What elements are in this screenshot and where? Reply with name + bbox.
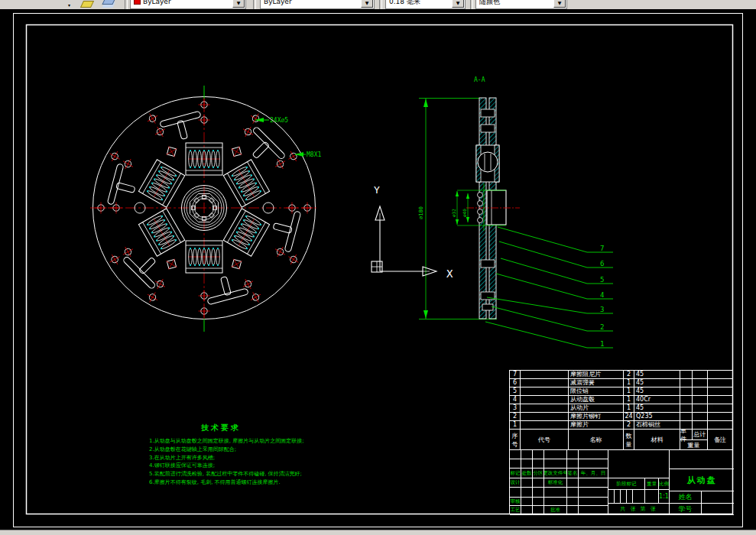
tb-stage: 阶段标记 — [608, 478, 645, 490]
layers-icon — [102, 0, 115, 5]
chevron-down-icon[interactable]: ▼ — [452, 0, 464, 8]
dim-label-m8: M8X1 — [307, 151, 321, 158]
section-view: A-A ∅180 — [418, 76, 613, 348]
linetype-combobox-value: ByLayer — [264, 0, 292, 5]
balloon-2: 2 — [600, 323, 604, 331]
bom-total — [693, 404, 708, 413]
plotstyle-combobox[interactable]: 随颜色 ▼ — [475, 0, 567, 9]
tb-scale-value: 1:1 — [659, 490, 670, 504]
bom-unit — [680, 421, 693, 430]
tb-audit: 审核 — [510, 498, 521, 506]
bom-qty: 1 — [624, 387, 634, 396]
tb-date: 年、月、日 — [579, 469, 608, 478]
bom-code — [521, 371, 569, 379]
bom-header-weight-group: 单件 总计 重量 — [680, 430, 708, 450]
toolbar-separator — [253, 0, 256, 9]
bom-total — [693, 379, 708, 387]
bom-seq: 2 — [510, 413, 521, 421]
bom-remark — [708, 379, 732, 387]
balloon-numbers: 7 6 5 4 3 2 1 — [600, 245, 604, 348]
layer-properties-button[interactable] — [101, 0, 116, 9]
bom-remark — [708, 421, 732, 430]
tb-scale: 比例 — [659, 478, 670, 490]
table-row: 2 摩擦片铆钉 24 Q235 — [510, 413, 732, 421]
outer-dim-text: ∅180 — [418, 206, 424, 219]
bom-material: 45 — [634, 387, 680, 396]
balloon-4: 4 — [600, 291, 604, 299]
tech-req-line: 5.装配前进行清洗检验, 装配过程中零件不得磕碰, 保持清洁完好; — [149, 470, 348, 478]
bom-remark — [708, 387, 732, 396]
bom-qty: 2 — [624, 421, 634, 430]
color-swatch-red — [134, 0, 141, 5]
ucs-y-label: Y — [374, 184, 380, 196]
tech-req-line: 6.摩擦片不得有裂纹, 毛刺, 不得用普通螺钉连接摩擦片. — [149, 478, 348, 487]
bom-name: 摩擦阻尼片 — [569, 371, 624, 379]
color-combobox-value: ByLayer — [143, 0, 171, 5]
chevron-down-icon[interactable]: ▼ — [232, 0, 245, 8]
bom-name: 从动盘毂 — [569, 396, 624, 404]
tb-zone: 分区 — [533, 469, 544, 478]
linetype-combobox[interactable]: ByLayer ▼ — [260, 0, 375, 9]
tb-design: 设计 — [510, 478, 521, 488]
bom-qty: 1 — [624, 379, 634, 387]
tech-req-line: 1.从动盘与从动盘毂之间固定联接, 摩擦片与从动片之间固定联接; — [149, 437, 348, 446]
hub-dim-1: ∅32 — [451, 209, 456, 217]
bom-material: 石棉铜丝 — [634, 421, 680, 430]
bom-name: 减震弹簧 — [569, 379, 624, 387]
bom-total — [693, 396, 708, 404]
bom-seq: 4 — [510, 396, 521, 404]
tb-mark: 标记 — [510, 469, 521, 478]
tb-weight: 重量 — [645, 478, 659, 490]
bom-header-unit: 单件 — [680, 430, 693, 439]
toolbar-separator — [379, 0, 382, 9]
color-combobox[interactable]: ByLayer ▼ — [130, 0, 246, 9]
drawing-canvas[interactable]: 24X∅5 M8X1 A-A ∅180 — [0, 9, 756, 530]
top-toolbar: ▾ ByLayer ▼ ByLayer ▼ 0.18 毫米 ▼ 随颜色 ▼ — [0, 0, 756, 9]
toolbar-overflow-button[interactable]: ▾ — [66, 0, 76, 9]
bom-header-name: 名称 — [569, 430, 624, 450]
bom-name: 限位销 — [569, 387, 624, 396]
hub-dim-2: ∅40 — [462, 209, 467, 217]
bom-material: 45 — [634, 379, 680, 387]
table-row: 6 减震弹簧 1 45 — [510, 379, 732, 387]
bom-qty: 1 — [624, 404, 634, 413]
technical-requirements: 技术要求 1.从动盘与从动盘毂之间固定联接, 摩擦片与从动片之间固定联接; 2.… — [149, 423, 348, 487]
tb-name-value — [702, 491, 734, 504]
bom-qty: 1 — [624, 396, 634, 404]
bom-seq: 5 — [510, 387, 521, 396]
bom-code — [521, 421, 569, 430]
chevron-down-icon[interactable]: ▼ — [553, 0, 566, 8]
balloon-3: 3 — [600, 306, 604, 313]
tb-id-label: 学号 — [670, 504, 702, 515]
table-row: 1 摩擦片 2 石棉铜丝 — [510, 421, 732, 430]
table-row: 3 从动片 1 45 — [510, 404, 732, 413]
tech-req-title: 技术要求 — [201, 423, 348, 433]
tb-name-label: 姓名 — [670, 491, 702, 504]
toolbar-separator — [470, 0, 473, 9]
tech-req-line: 4.铆钉联接应保证可靠连接; — [149, 462, 348, 470]
bom-code — [521, 404, 569, 413]
table-row: 7 摩擦阻尼片 2 45 — [510, 371, 732, 379]
bom-total — [693, 371, 708, 379]
make-layer-current-button[interactable] — [79, 0, 95, 9]
bom-seq: 1 — [510, 421, 521, 430]
bom-seq: 7 — [510, 371, 521, 379]
bom-remark — [708, 396, 732, 404]
lineweight-combobox[interactable]: 0.18 毫米 ▼ — [385, 0, 466, 9]
chevron-down-icon[interactable]: ▼ — [361, 0, 373, 8]
bom-unit — [680, 404, 693, 413]
tb-approve: 批准 — [544, 506, 567, 515]
bom-unit — [680, 371, 693, 379]
tb-id-value — [702, 504, 734, 515]
plotstyle-combobox-value: 随颜色 — [479, 0, 500, 5]
bom-header-code: 代号 — [521, 430, 569, 450]
tb-process: 工艺 — [510, 506, 521, 515]
bom-name: 摩擦片铆钉 — [569, 413, 624, 421]
bom-header-total: 总计 — [693, 430, 707, 439]
bom-material: 45 — [634, 404, 680, 413]
bom-header-row: 序号 代号 名称 数量 材料 单件 总计 重量 备注 — [510, 430, 732, 450]
bom-material: Q235 — [634, 413, 680, 421]
bom-remark — [708, 404, 732, 413]
bom-unit — [680, 413, 693, 421]
tb-standardize: 标准化 — [544, 478, 567, 488]
